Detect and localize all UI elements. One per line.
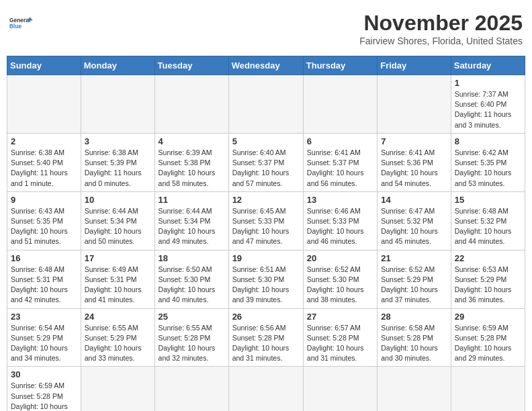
day-number: 1 — [455, 78, 521, 88]
day-number: 14 — [381, 195, 447, 205]
calendar-cell — [303, 367, 377, 411]
calendar-week-row: 2Sunrise: 6:38 AM Sunset: 5:40 PM Daylig… — [7, 133, 525, 191]
day-number: 16 — [11, 253, 77, 263]
calendar-cell: 6Sunrise: 6:41 AM Sunset: 5:37 PM Daylig… — [303, 133, 377, 191]
calendar-cell: 16Sunrise: 6:48 AM Sunset: 5:31 PM Dayli… — [7, 250, 81, 308]
day-number: 4 — [159, 136, 225, 146]
sun-info: Sunrise: 6:47 AM Sunset: 5:32 PM Dayligh… — [381, 206, 447, 247]
calendar-table: SundayMondayTuesdayWednesdayThursdayFrid… — [7, 56, 525, 411]
calendar-cell — [451, 367, 525, 411]
calendar-cell: 14Sunrise: 6:47 AM Sunset: 5:32 PM Dayli… — [378, 191, 451, 250]
calendar-cell — [378, 75, 451, 134]
header: General Blue November 2025 Fairview Shor… — [7, 7, 525, 50]
calendar-cell — [7, 75, 81, 134]
svg-text:General: General — [9, 17, 30, 24]
sun-info: Sunrise: 6:59 AM Sunset: 5:28 PM Dayligh… — [11, 381, 77, 411]
day-number: 12 — [232, 195, 300, 205]
sun-info: Sunrise: 6:40 AM Sunset: 5:37 PM Dayligh… — [232, 148, 300, 189]
sun-info: Sunrise: 6:53 AM Sunset: 5:29 PM Dayligh… — [455, 265, 521, 306]
logo: General Blue — [9, 11, 34, 35]
calendar-cell: 18Sunrise: 6:50 AM Sunset: 5:30 PM Dayli… — [154, 250, 228, 308]
calendar-cell: 4Sunrise: 6:39 AM Sunset: 5:38 PM Daylig… — [154, 133, 228, 191]
day-number: 22 — [455, 253, 521, 263]
day-number: 30 — [11, 369, 77, 379]
day-number: 10 — [85, 195, 151, 205]
weekday-header-cell: Tuesday — [154, 56, 228, 75]
sun-info: Sunrise: 6:44 AM Sunset: 5:34 PM Dayligh… — [85, 206, 151, 247]
day-number: 6 — [307, 136, 373, 146]
calendar-week-row: 30Sunrise: 6:59 AM Sunset: 5:28 PM Dayli… — [7, 367, 525, 411]
general-blue-logo: General Blue — [9, 11, 34, 35]
day-number: 27 — [307, 312, 373, 322]
calendar-cell: 3Sunrise: 6:38 AM Sunset: 5:39 PM Daylig… — [81, 133, 154, 191]
calendar-cell — [81, 367, 154, 411]
day-number: 5 — [232, 136, 300, 146]
calendar-week-row: 23Sunrise: 6:54 AM Sunset: 5:29 PM Dayli… — [7, 308, 525, 367]
sun-info: Sunrise: 6:52 AM Sunset: 5:30 PM Dayligh… — [307, 265, 373, 306]
sun-info: Sunrise: 6:46 AM Sunset: 5:33 PM Dayligh… — [307, 206, 373, 247]
sun-info: Sunrise: 6:58 AM Sunset: 5:28 PM Dayligh… — [381, 323, 447, 364]
calendar-cell: 2Sunrise: 6:38 AM Sunset: 5:40 PM Daylig… — [7, 133, 81, 191]
calendar-cell — [154, 367, 228, 411]
calendar-cell: 10Sunrise: 6:44 AM Sunset: 5:34 PM Dayli… — [81, 191, 154, 250]
day-number: 19 — [232, 253, 300, 263]
sun-info: Sunrise: 6:39 AM Sunset: 5:38 PM Dayligh… — [159, 148, 225, 189]
day-number: 23 — [11, 312, 77, 322]
calendar-week-row: 9Sunrise: 6:43 AM Sunset: 5:35 PM Daylig… — [7, 191, 525, 250]
calendar-cell: 23Sunrise: 6:54 AM Sunset: 5:29 PM Dayli… — [7, 308, 81, 367]
sun-info: Sunrise: 6:48 AM Sunset: 5:32 PM Dayligh… — [455, 206, 521, 247]
calendar-week-row: 1Sunrise: 7:37 AM Sunset: 6:40 PM Daylig… — [7, 75, 525, 134]
calendar-body: 1Sunrise: 7:37 AM Sunset: 6:40 PM Daylig… — [7, 75, 525, 412]
calendar-cell: 21Sunrise: 6:52 AM Sunset: 5:29 PM Dayli… — [378, 250, 451, 308]
sun-info: Sunrise: 6:54 AM Sunset: 5:29 PM Dayligh… — [11, 323, 77, 364]
weekday-header-cell: Thursday — [303, 56, 377, 75]
calendar-cell: 12Sunrise: 6:45 AM Sunset: 5:33 PM Dayli… — [228, 191, 303, 250]
calendar-cell — [303, 75, 377, 134]
calendar-cell: 22Sunrise: 6:53 AM Sunset: 5:29 PM Dayli… — [451, 250, 525, 308]
calendar-cell: 28Sunrise: 6:58 AM Sunset: 5:28 PM Dayli… — [378, 308, 451, 367]
weekday-header-cell: Friday — [378, 56, 451, 75]
weekday-header-cell: Sunday — [7, 56, 81, 75]
calendar-cell — [81, 75, 154, 134]
calendar-cell: 17Sunrise: 6:49 AM Sunset: 5:31 PM Dayli… — [81, 250, 154, 308]
weekday-header-row: SundayMondayTuesdayWednesdayThursdayFrid… — [7, 56, 525, 75]
day-number: 28 — [381, 312, 447, 322]
calendar-cell: 19Sunrise: 6:51 AM Sunset: 5:30 PM Dayli… — [228, 250, 303, 308]
sun-info: Sunrise: 6:38 AM Sunset: 5:40 PM Dayligh… — [11, 148, 77, 189]
sun-info: Sunrise: 6:44 AM Sunset: 5:34 PM Dayligh… — [159, 206, 225, 247]
sun-info: Sunrise: 6:41 AM Sunset: 5:36 PM Dayligh… — [381, 148, 447, 189]
calendar-cell: 1Sunrise: 7:37 AM Sunset: 6:40 PM Daylig… — [451, 75, 525, 134]
calendar-cell — [154, 75, 228, 134]
day-number: 17 — [85, 253, 151, 263]
day-number: 2 — [11, 136, 77, 146]
calendar-cell: 5Sunrise: 6:40 AM Sunset: 5:37 PM Daylig… — [228, 133, 303, 191]
sun-info: Sunrise: 6:57 AM Sunset: 5:28 PM Dayligh… — [307, 323, 373, 364]
month-title: November 2025 — [359, 11, 523, 36]
calendar-cell: 13Sunrise: 6:46 AM Sunset: 5:33 PM Dayli… — [303, 191, 377, 250]
calendar-cell: 8Sunrise: 6:42 AM Sunset: 5:35 PM Daylig… — [451, 133, 525, 191]
sun-info: Sunrise: 6:43 AM Sunset: 5:35 PM Dayligh… — [11, 206, 77, 247]
calendar-cell: 15Sunrise: 6:48 AM Sunset: 5:32 PM Dayli… — [451, 191, 525, 250]
sun-info: Sunrise: 6:51 AM Sunset: 5:30 PM Dayligh… — [232, 265, 300, 306]
calendar-cell: 29Sunrise: 6:59 AM Sunset: 5:28 PM Dayli… — [451, 308, 525, 367]
day-number: 29 — [455, 312, 521, 322]
sun-info: Sunrise: 7:37 AM Sunset: 6:40 PM Dayligh… — [455, 89, 521, 130]
day-number: 18 — [159, 253, 225, 263]
day-number: 3 — [85, 136, 151, 146]
sun-info: Sunrise: 6:48 AM Sunset: 5:31 PM Dayligh… — [11, 265, 77, 306]
sun-info: Sunrise: 6:59 AM Sunset: 5:28 PM Dayligh… — [455, 323, 521, 364]
sun-info: Sunrise: 6:45 AM Sunset: 5:33 PM Dayligh… — [232, 206, 300, 247]
calendar-cell: 9Sunrise: 6:43 AM Sunset: 5:35 PM Daylig… — [7, 191, 81, 250]
sun-info: Sunrise: 6:55 AM Sunset: 5:29 PM Dayligh… — [85, 323, 151, 364]
title-area: November 2025 Fairview Shores, Florida, … — [359, 11, 523, 46]
sun-info: Sunrise: 6:56 AM Sunset: 5:28 PM Dayligh… — [232, 323, 300, 364]
day-number: 20 — [307, 253, 373, 263]
weekday-header-cell: Monday — [81, 56, 154, 75]
calendar-cell: 20Sunrise: 6:52 AM Sunset: 5:30 PM Dayli… — [303, 250, 377, 308]
calendar-cell — [228, 367, 303, 411]
day-number: 24 — [85, 312, 151, 322]
calendar-week-row: 16Sunrise: 6:48 AM Sunset: 5:31 PM Dayli… — [7, 250, 525, 308]
calendar-cell — [378, 367, 451, 411]
calendar-cell: 7Sunrise: 6:41 AM Sunset: 5:36 PM Daylig… — [378, 133, 451, 191]
sun-info: Sunrise: 6:42 AM Sunset: 5:35 PM Dayligh… — [455, 148, 521, 189]
